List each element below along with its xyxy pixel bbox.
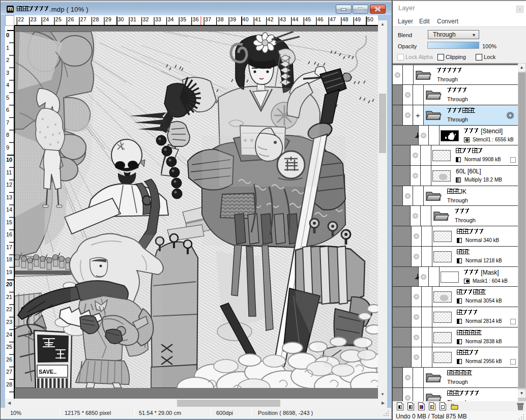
svg-text:22: 22: [18, 16, 24, 22]
svg-text:22: 22: [6, 306, 12, 312]
svg-text:25: 25: [55, 16, 62, 22]
svg-text:45: 45: [305, 16, 311, 22]
svg-text:25: 25: [6, 344, 12, 350]
svg-text:47: 47: [330, 16, 336, 22]
svg-text:24: 24: [43, 16, 49, 22]
svg-text:27: 27: [6, 369, 12, 375]
svg-text:13: 13: [6, 194, 12, 200]
svg-text:0: 0: [6, 32, 9, 38]
svg-text:29: 29: [105, 16, 111, 22]
svg-text:11: 11: [6, 169, 12, 175]
svg-text:12: 12: [6, 182, 12, 188]
svg-text:10: 10: [6, 157, 12, 163]
svg-text:28: 28: [93, 16, 99, 22]
svg-text:2: 2: [6, 57, 9, 63]
svg-text:21: 21: [6, 294, 12, 300]
svg-text:17: 17: [6, 244, 12, 250]
svg-text:15: 15: [6, 219, 12, 225]
svg-text:42: 42: [268, 16, 274, 22]
svg-text:38: 38: [218, 16, 224, 22]
svg-text:36: 36: [193, 16, 199, 22]
svg-text:41: 41: [255, 16, 261, 22]
svg-text:39: 39: [230, 16, 236, 22]
svg-text:37: 37: [205, 16, 211, 22]
svg-text:6: 6: [6, 107, 9, 113]
svg-text:1: 1: [6, 45, 9, 51]
svg-text:24: 24: [6, 332, 12, 338]
svg-text:9: 9: [6, 144, 9, 151]
svg-text:26: 26: [6, 356, 12, 363]
svg-text:48: 48: [342, 16, 348, 22]
svg-text:32: 32: [142, 16, 149, 22]
svg-text:43: 43: [280, 16, 286, 22]
svg-text:50: 50: [367, 16, 373, 22]
svg-text:27: 27: [80, 16, 86, 22]
svg-text:5: 5: [6, 95, 9, 101]
svg-text:44: 44: [293, 16, 299, 22]
svg-text:4: 4: [6, 82, 9, 88]
svg-text:23: 23: [31, 16, 37, 22]
svg-text:23: 23: [6, 319, 12, 325]
svg-text:26: 26: [68, 16, 74, 22]
svg-text:46: 46: [317, 16, 324, 22]
svg-text:28: 28: [6, 381, 12, 387]
svg-text:8: 8: [6, 132, 9, 138]
svg-text:16: 16: [6, 231, 12, 237]
svg-text:31: 31: [130, 16, 136, 22]
svg-text:18: 18: [6, 256, 12, 262]
svg-text:49: 49: [355, 16, 361, 22]
svg-text:SAVE..: SAVE..: [39, 369, 56, 375]
svg-text:35: 35: [180, 16, 186, 22]
svg-text:34: 34: [167, 16, 173, 22]
svg-text:33: 33: [155, 16, 161, 22]
svg-text:19: 19: [6, 269, 12, 275]
svg-text:30: 30: [118, 16, 124, 22]
svg-text:3: 3: [6, 70, 9, 76]
svg-text:20: 20: [6, 281, 12, 287]
svg-text:40: 40: [243, 16, 249, 22]
svg-text:14: 14: [6, 206, 12, 213]
svg-text:7: 7: [6, 119, 9, 126]
